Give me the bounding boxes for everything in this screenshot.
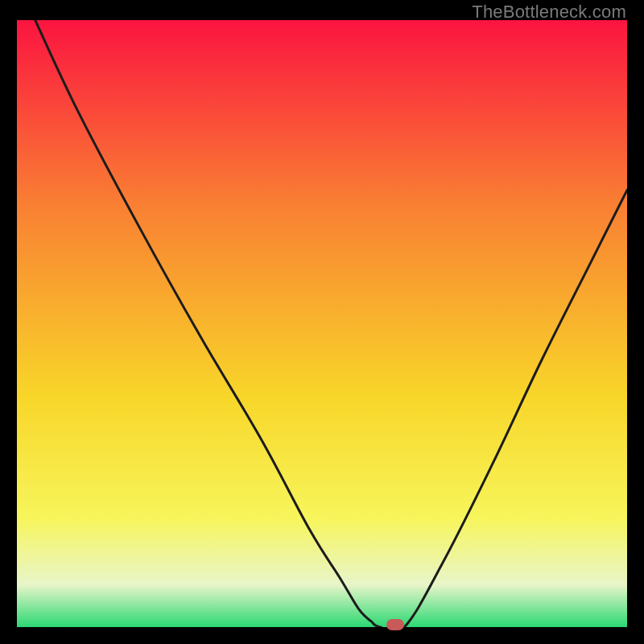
optimal-point-marker: [386, 619, 404, 630]
gradient-rect: [17, 20, 627, 627]
chart-frame: [17, 20, 627, 627]
chart-svg: [17, 20, 627, 627]
